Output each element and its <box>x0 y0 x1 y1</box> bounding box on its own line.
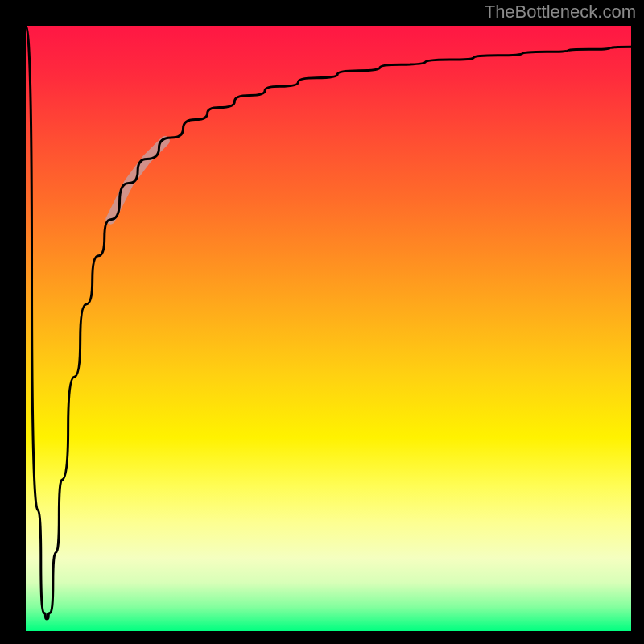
attribution-text: TheBottleneck.com <box>485 2 636 23</box>
chart-plot-area <box>26 26 631 631</box>
curve-main-line <box>26 26 631 619</box>
chart-svg <box>26 26 631 631</box>
